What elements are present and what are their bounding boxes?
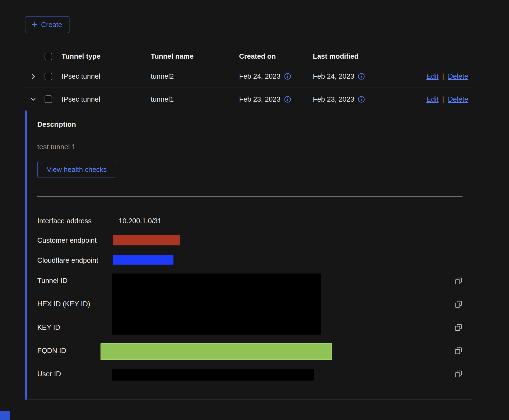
expanded-row-detail: Description test tunnel 1 View health ch… — [25, 111, 471, 400]
column-header-last-modified: Last modified — [313, 52, 386, 61]
bottom-left-accent — [0, 411, 10, 420]
edit-link[interactable]: Edit — [426, 72, 438, 80]
table-header-row: Tunnel type Tunnel name Created on Last … — [25, 48, 471, 65]
tunnel-type-cell: IPsec tunnel — [62, 95, 151, 104]
action-separator: | — [442, 95, 444, 103]
table-row: IPsec tunnel tunnel2 Feb 24, 2023 Feb 24… — [25, 65, 471, 88]
last-modified-cell: Feb 24, 2023 — [313, 72, 354, 81]
create-button-label: Create — [41, 21, 62, 29]
info-icon[interactable] — [284, 96, 291, 103]
tunnel-name-cell: tunnel1 — [151, 95, 239, 104]
create-button[interactable]: Create — [25, 16, 69, 33]
edit-link[interactable]: Edit — [426, 95, 438, 103]
row-checkbox[interactable] — [45, 73, 52, 80]
interface-address-label: Interface address — [37, 216, 92, 226]
key-id-label: KEY ID — [37, 322, 60, 332]
user-id-label: User ID — [37, 369, 61, 379]
column-header-tunnel-name: Tunnel name — [151, 52, 239, 61]
last-modified-cell: Feb 23, 2023 — [313, 95, 354, 104]
copy-icon[interactable] — [453, 276, 464, 286]
column-header-tunnel-type: Tunnel type — [62, 52, 151, 61]
info-icon[interactable] — [284, 73, 291, 80]
copy-icon[interactable] — [453, 369, 464, 379]
view-health-checks-button[interactable]: View health checks — [37, 161, 116, 178]
column-header-created-on: Created on — [239, 52, 313, 61]
tunnel-id-label: Tunnel ID — [37, 276, 68, 285]
created-on-cell: Feb 23, 2023 — [239, 95, 280, 104]
customer-endpoint-label: Customer endpoint — [37, 235, 97, 245]
tunnel-id-hex-key-redacted-values — [112, 274, 321, 335]
description-value: test tunnel 1 — [37, 142, 76, 152]
fqdn-id-redacted-value — [101, 343, 332, 360]
customer-endpoint-redacted-value — [113, 235, 180, 245]
tunnels-page: Create Tunnel type Tunnel name Created o… — [0, 0, 509, 420]
tunnel-type-cell: IPsec tunnel — [62, 72, 151, 81]
section-divider — [37, 196, 463, 196]
hex-id-label: HEX ID (KEY ID) — [37, 299, 90, 309]
info-icon[interactable] — [358, 73, 365, 80]
plus-icon — [31, 21, 38, 28]
chevron-down-icon[interactable] — [29, 95, 38, 104]
copy-icon[interactable] — [453, 299, 464, 310]
description-label: Description — [37, 119, 76, 129]
cloudflare-endpoint-redacted-value — [113, 255, 173, 265]
row-checkbox[interactable] — [45, 95, 52, 103]
table-row: IPsec tunnel tunnel1 Feb 23, 2023 Feb 23… — [25, 88, 471, 111]
cloudflare-endpoint-label: Cloudflare endpoint — [37, 255, 98, 265]
tunnel-name-cell: tunnel2 — [151, 72, 239, 81]
copy-icon[interactable] — [453, 345, 464, 356]
delete-link[interactable]: Delete — [448, 95, 468, 103]
interface-address-value: 10.200.1.0/31 — [119, 216, 162, 226]
copy-icon[interactable] — [453, 322, 464, 333]
chevron-right-icon[interactable] — [29, 72, 38, 81]
action-separator: | — [442, 72, 444, 80]
created-on-cell: Feb 24, 2023 — [239, 72, 280, 81]
user-id-redacted-value — [112, 369, 314, 381]
info-icon[interactable] — [358, 96, 365, 103]
delete-link[interactable]: Delete — [448, 72, 468, 80]
fqdn-id-label: FQDN ID — [37, 346, 66, 355]
select-all-checkbox[interactable] — [45, 53, 52, 60]
